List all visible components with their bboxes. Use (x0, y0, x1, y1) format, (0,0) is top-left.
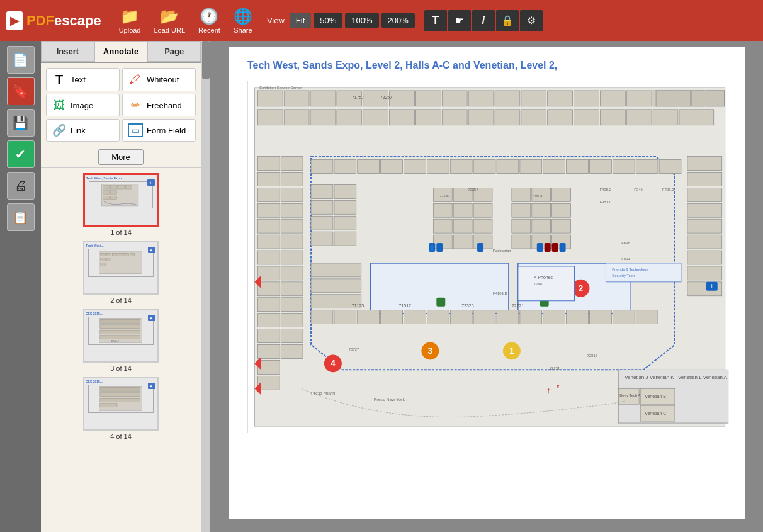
recent-button[interactable]: 🕐 Recent (193, 5, 225, 37)
tab-page[interactable]: Page (147, 41, 201, 62)
view-label: View (267, 16, 285, 25)
form-field-tool-icon: ▭ (128, 123, 143, 137)
svg-rect-181 (589, 310, 611, 324)
svg-rect-5 (103, 191, 109, 195)
svg-rect-27 (100, 336, 140, 339)
page-thumb-2[interactable]: Tech West... (83, 241, 159, 304)
tab-annotate[interactable]: Annotate (94, 41, 148, 62)
svg-rect-180 (567, 310, 589, 324)
svg-rect-65 (390, 110, 415, 125)
svg-rect-121 (427, 160, 449, 174)
svg-rect-58 (656, 91, 691, 106)
svg-rect-74 (626, 110, 652, 125)
whiteout-tool[interactable]: 🖊 Whiteout (122, 68, 196, 91)
svg-text:Betty Tech A: Betty Tech A (619, 393, 640, 397)
svg-rect-171 (358, 310, 380, 324)
svg-text:F531: F531 (621, 257, 630, 261)
page-thumb-3[interactable]: CES 2015... LEVEL 2 (83, 309, 159, 372)
left-panel: 📄 🔖 💾 ✔ 🖨 📋 (0, 41, 41, 532)
text-tool-icon: T (52, 72, 67, 87)
svg-rect-95 (281, 172, 303, 186)
svg-rect-105 (281, 329, 303, 343)
thumb-title-4: CES 2015... (84, 378, 157, 385)
svg-rect-242 (518, 266, 575, 301)
bookmark-button[interactable]: 🔖 (7, 77, 35, 105)
copy-button[interactable]: 📋 (7, 203, 35, 231)
svg-rect-85 (257, 251, 280, 264)
svg-text:✦: ✦ (149, 248, 153, 252)
thumb-title-3: CES 2015... (84, 310, 157, 317)
svg-rect-178 (520, 310, 542, 324)
svg-rect-139 (334, 232, 356, 246)
svg-rect-123 (473, 160, 495, 174)
zoom-200-button[interactable]: 200% (382, 13, 415, 28)
page-thumb-4[interactable]: CES 2015... ✦ (83, 377, 159, 440)
svg-rect-118 (358, 160, 380, 174)
tab-insert[interactable]: Insert (41, 41, 94, 62)
thumb-img-4: CES 2015... ✦ (83, 377, 159, 431)
page-thumb-1[interactable]: Tech West, Sands Expo... (83, 173, 159, 236)
zoom-50-button[interactable]: 50% (314, 13, 342, 28)
svg-text:Friends & Technology: Friends & Technology (612, 268, 648, 271)
hand-tool-button[interactable]: ☛ (448, 10, 471, 31)
freehand-tool[interactable]: ✏ Freehand (122, 94, 196, 116)
svg-rect-183 (636, 310, 658, 324)
svg-rect-69 (495, 110, 520, 125)
zoom-fit-button[interactable]: Fit (290, 13, 311, 28)
svg-text:K Phones: K Phones (534, 275, 553, 280)
svg-rect-71 (548, 110, 573, 125)
text-cursor-button[interactable]: T (424, 10, 447, 31)
svg-text:Venetian K: Venetian K (650, 375, 674, 380)
svg-rect-122 (450, 160, 472, 174)
svg-rect-35 (100, 404, 117, 407)
svg-rect-143 (433, 203, 452, 217)
text-tool-label: Text (71, 75, 86, 84)
thumb-scrollbar-thumb[interactable] (202, 41, 210, 79)
logo: ▶ PDFescape (6, 11, 101, 30)
svg-rect-135 (334, 200, 356, 214)
share-icon: 🌐 (234, 8, 252, 25)
link-tool[interactable]: 🔗 Link (46, 119, 120, 142)
document-button[interactable]: 📄 (7, 46, 35, 74)
svg-rect-26 (100, 330, 140, 334)
check-button[interactable]: ✔ (7, 140, 35, 168)
svg-text:4: 4 (331, 358, 336, 368)
thumb-scrollbar[interactable] (201, 41, 210, 532)
svg-rect-160 (552, 219, 571, 233)
svg-rect-8 (110, 196, 116, 200)
load-url-button[interactable]: 📂 Load URL (149, 5, 190, 37)
print-button[interactable]: 🖨 (7, 172, 35, 200)
share-button[interactable]: 🌐 Share (229, 5, 257, 37)
svg-rect-117 (334, 160, 356, 174)
svg-rect-152 (512, 188, 531, 201)
svg-rect-199 (436, 243, 443, 252)
image-tool[interactable]: 🖼 Image (46, 94, 120, 116)
svg-rect-67 (442, 110, 467, 125)
thumb-img-1: Tech West, Sands Expo... (83, 173, 159, 227)
svg-rect-59 (692, 91, 725, 106)
svg-rect-84 (257, 235, 280, 249)
thumb-panel: Tech West, Sands Expo... (41, 167, 201, 532)
map-container: 71757 72257 (247, 81, 726, 436)
svg-rect-80 (257, 172, 280, 186)
svg-rect-89 (257, 314, 280, 327)
svg-rect-72 (574, 110, 599, 125)
zoom-100-button[interactable]: 100% (345, 13, 378, 28)
svg-rect-138 (311, 232, 333, 246)
svg-rect-70 (521, 110, 546, 125)
upload-button[interactable]: 📁 Upload (114, 5, 146, 37)
thumb-img-2: Tech West... (83, 241, 159, 295)
svg-text:F405.2: F405.2 (599, 188, 611, 191)
save-button[interactable]: 💾 (7, 109, 35, 137)
settings-button[interactable]: ⚙ (520, 10, 543, 31)
lock-button[interactable]: 🔒 (496, 10, 519, 31)
svg-text:✦: ✦ (149, 181, 152, 185)
freehand-tool-label: Freehand (147, 101, 182, 110)
more-button[interactable]: More (98, 149, 144, 165)
svg-rect-175 (450, 310, 472, 324)
text-tool[interactable]: T Text (46, 68, 120, 91)
svg-rect-133 (334, 184, 356, 198)
info-button[interactable]: i (472, 10, 495, 31)
form-field-tool[interactable]: ▭ Form Field (122, 119, 196, 142)
svg-rect-106 (281, 345, 303, 359)
